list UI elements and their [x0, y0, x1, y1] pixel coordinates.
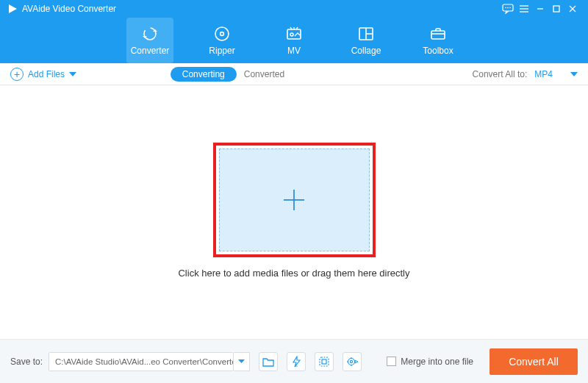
chevron-down-icon [69, 72, 76, 76]
save-path-dropdown[interactable] [234, 352, 250, 371]
nav-ripper[interactable]: Ripper [198, 18, 245, 63]
svg-point-33 [348, 358, 355, 365]
convert-all-to: Convert All to: MP4 [473, 69, 578, 79]
app-logo: AVAide Video Converter [7, 4, 116, 14]
app-title: AVAide Video Converter [22, 4, 116, 14]
svg-rect-9 [553, 6, 559, 12]
svg-rect-22 [431, 31, 445, 39]
plus-circle-icon: + [10, 68, 24, 81]
converter-icon [141, 25, 159, 43]
svg-point-12 [144, 28, 156, 40]
svg-point-4 [509, 7, 511, 9]
svg-marker-0 [9, 4, 17, 13]
svg-marker-24 [69, 72, 76, 76]
feedback-icon[interactable] [500, 1, 516, 17]
gear-icon [346, 356, 358, 368]
nav-label: Toolbox [423, 46, 453, 56]
nav-collage[interactable]: Collage [343, 18, 390, 63]
save-path-field[interactable]: C:\AVAide Studio\AVAid...eo Converter\Co… [49, 352, 234, 371]
svg-rect-31 [320, 357, 329, 366]
format-value: MP4 [534, 69, 553, 79]
add-files-button[interactable]: + Add Files [10, 68, 76, 81]
merge-label: Merge into one file [401, 357, 473, 367]
svg-point-2 [505, 7, 506, 9]
toolbox-icon [429, 25, 447, 43]
convert-all-to-label: Convert All to: [473, 69, 528, 79]
ripper-icon [213, 25, 231, 43]
main-area: Click here to add media files or drag th… [0, 85, 588, 339]
footer: Save to: C:\AVAide Studio\AVAid...eo Con… [0, 339, 588, 383]
svg-marker-25 [570, 72, 578, 76]
svg-text:on: on [295, 364, 298, 368]
speed-icon [318, 356, 330, 368]
nav-label: MV [287, 46, 301, 56]
tab-converting[interactable]: Converting [171, 67, 237, 82]
open-folder-button[interactable] [259, 352, 278, 371]
plus-icon [278, 184, 310, 216]
save-to-label: Save to: [10, 357, 43, 367]
nav-label: Converter [131, 46, 170, 56]
svg-marker-28 [238, 359, 245, 363]
svg-point-34 [350, 360, 352, 362]
nav-converter[interactable]: Converter [126, 18, 173, 63]
svg-point-18 [290, 33, 293, 36]
tab-converted[interactable]: Converted [244, 69, 284, 79]
checkbox-icon [387, 357, 396, 366]
collage-icon [357, 25, 375, 43]
nav-toolbox[interactable]: Toolbox [415, 18, 462, 63]
toolbar: + Add Files Converting Converted Convert… [0, 63, 588, 85]
dropzone-highlight [213, 143, 376, 257]
dropzone[interactable] [219, 148, 370, 251]
merge-checkbox[interactable]: Merge into one file [387, 357, 473, 367]
tab-group: Converting Converted [171, 67, 284, 82]
folder-icon [262, 357, 274, 367]
lightning-icon: on [291, 356, 301, 368]
high-speed-button[interactable] [315, 352, 334, 371]
hardware-accel-button[interactable]: on [287, 352, 306, 371]
maximize-button[interactable] [548, 1, 564, 17]
close-button[interactable] [564, 1, 581, 17]
nav-mv[interactable]: MV [270, 18, 318, 63]
minimize-button[interactable] [532, 1, 548, 17]
svg-point-3 [507, 7, 509, 9]
svg-point-16 [220, 32, 224, 36]
nav-label: Collage [351, 46, 381, 56]
play-icon [7, 4, 18, 14]
save-path-value: C:\AVAide Studio\AVAid...eo Converter\Co… [55, 357, 234, 366]
mv-icon [285, 25, 303, 43]
format-select[interactable]: MP4 [534, 69, 578, 79]
nav-label: Ripper [209, 46, 234, 56]
svg-point-15 [215, 27, 229, 40]
main-nav: Converter Ripper MV Collage Toolbox [0, 18, 588, 63]
add-files-label: Add Files [28, 69, 65, 79]
drop-caption: Click here to add media files or drag th… [178, 268, 409, 279]
settings-button[interactable] [343, 352, 362, 371]
menu-icon[interactable] [516, 1, 532, 17]
chevron-down-icon [570, 72, 578, 76]
titlebar: AVAide Video Converter [0, 0, 588, 18]
svg-rect-32 [322, 359, 326, 364]
convert-all-button[interactable]: Convert All [490, 348, 578, 375]
